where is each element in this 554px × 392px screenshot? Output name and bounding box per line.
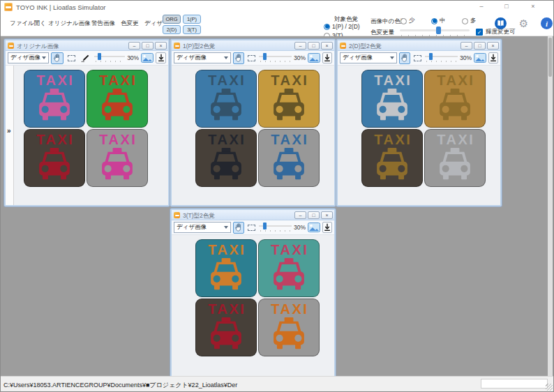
child-maximize-button[interactable]: □ <box>308 211 320 219</box>
taxi-grid: TAXI TAXI TAXI TAXI <box>24 70 148 187</box>
taxi-tile: TAXI <box>424 70 486 128</box>
child-minimize-button[interactable]: – <box>294 211 306 219</box>
zoom-slider[interactable] <box>425 53 458 63</box>
save-download-button[interactable] <box>322 222 332 233</box>
child-canvas: TAXI TAXI TAXI TAXI <box>338 66 500 205</box>
minimize-button[interactable]: – <box>471 1 492 13</box>
child-canvas: » TAXI TAXI TAXI T <box>6 66 168 205</box>
radio-colors-many[interactable]: 多 <box>462 17 477 25</box>
taxi-tile: TAXI <box>258 299 320 356</box>
pan-hand-tool-button[interactable] <box>233 222 244 234</box>
child-minimize-button[interactable]: – <box>128 42 140 50</box>
radio-target-1p2d[interactable]: 1(P) / 2(D) <box>324 23 360 30</box>
resize-grip[interactable] <box>546 384 553 391</box>
close-button[interactable]: × <box>523 1 544 13</box>
pan-hand-tool-button[interactable] <box>51 52 63 64</box>
radio-colors-few[interactable]: 少 <box>400 17 415 25</box>
taxi-tile: TAXI <box>361 70 423 128</box>
child-close-button[interactable]: × <box>155 42 167 50</box>
child-toolbar: ディザ画像 30% <box>172 220 334 235</box>
info-button[interactable]: i <box>541 17 553 29</box>
save-download-button[interactable] <box>488 52 498 63</box>
taxi-text: TAXI <box>207 73 246 87</box>
chevron-down-icon <box>224 226 228 229</box>
child-close-button[interactable]: × <box>321 42 333 50</box>
save-download-button[interactable] <box>322 52 332 63</box>
image-mode-dropdown[interactable]: ディザ画像 <box>174 222 231 233</box>
expand-panel-button[interactable]: » <box>7 127 11 135</box>
gear-icon: ⚙ <box>519 18 528 29</box>
view-button-1p[interactable]: 1(P) <box>183 15 201 24</box>
taxi-icon <box>207 317 246 351</box>
slider-thumb[interactable] <box>436 27 441 34</box>
view-button-2d[interactable]: 2(D) <box>163 25 181 34</box>
child-close-button[interactable]: × <box>321 211 333 219</box>
radio-label: 多 <box>470 17 477 25</box>
menu-open-file[interactable]: ファイル開く <box>10 20 46 28</box>
taxi-text: TAXI <box>207 133 246 146</box>
menu-dither[interactable]: ディザ <box>144 20 163 28</box>
picture-icon <box>141 53 154 63</box>
taxi-tile: TAXI <box>361 129 423 187</box>
view-button-3t[interactable]: 3(T) <box>183 25 201 34</box>
picture-icon <box>308 53 320 63</box>
child-close-button[interactable]: × <box>487 42 499 50</box>
slider-ticks <box>260 230 290 232</box>
app-logo-icon <box>4 3 13 11</box>
zoom-slider[interactable] <box>259 53 292 63</box>
image-mode-dropdown[interactable]: ディザ画像 <box>8 52 49 63</box>
child-titlebar[interactable]: 2(D)型2色覚 – □ × <box>338 40 500 51</box>
child-maximize-button[interactable]: □ <box>308 42 320 50</box>
titlebar[interactable]: TOYO INK | Lioatlas Simulator – □ × <box>1 1 553 13</box>
child-maximize-button[interactable]: □ <box>474 42 486 50</box>
menu-original-image[interactable]: オリジナル画像 <box>48 20 91 28</box>
radio-dot <box>400 18 407 24</box>
change-amount-slider[interactable] <box>400 27 470 36</box>
manual-book-button[interactable] <box>495 17 507 29</box>
child-toolbar: ディザ画像 30% <box>338 51 500 66</box>
marquee-select-button[interactable] <box>66 52 77 64</box>
view-button-org[interactable]: ORG <box>163 15 181 24</box>
child-titlebar[interactable]: オリジナル画像 – □ × <box>6 40 168 51</box>
taxi-icon <box>98 148 137 181</box>
slider-thumb[interactable] <box>98 53 101 60</box>
marquee-select-button[interactable] <box>246 52 257 64</box>
save-download-button[interactable] <box>156 52 166 63</box>
taxi-text: TAXI <box>207 243 246 257</box>
slider-thumb[interactable] <box>263 53 267 60</box>
marquee-select-button[interactable] <box>412 52 423 64</box>
image-view-button[interactable] <box>308 53 320 63</box>
marquee-select-button[interactable] <box>246 222 257 234</box>
child-titlebar[interactable]: 1(P)型2色覚 – □ × <box>172 40 334 51</box>
image-view-button[interactable] <box>308 223 320 232</box>
zoom-slider[interactable] <box>94 53 126 63</box>
zoom-slider[interactable] <box>259 223 292 232</box>
pan-hand-tool-button[interactable] <box>233 52 244 64</box>
child-minimize-button[interactable]: – <box>294 42 306 50</box>
taxi-text: TAXI <box>373 73 412 87</box>
taxi-tile: TAXI <box>195 239 257 297</box>
child-minimize-button[interactable]: – <box>461 42 472 50</box>
child-maximize-button[interactable]: □ <box>142 42 154 50</box>
menu-color-change[interactable]: 色変更 <box>121 20 139 28</box>
child-window-protan: 1(P)型2色覚 – □ × ディザ画像 <box>170 39 336 206</box>
eyedropper-pen-button[interactable] <box>80 52 91 64</box>
scrollbar-thumb[interactable] <box>548 38 552 77</box>
image-view-button[interactable] <box>474 53 486 63</box>
luminance-checkbox-row[interactable]: ✓ 輝度変更可 <box>476 28 516 36</box>
pan-hand-tool-button[interactable] <box>399 52 410 64</box>
image-view-button[interactable] <box>141 53 154 63</box>
mdi-scrollbar[interactable] <box>548 36 553 377</box>
image-mode-dropdown[interactable]: ディザ画像 <box>340 52 397 63</box>
menu-warning-image[interactable]: 警告画像 <box>91 20 115 28</box>
picture-icon <box>308 223 320 232</box>
radio-colors-medium[interactable]: 中 <box>431 17 446 25</box>
maximize-button[interactable]: □ <box>496 1 517 13</box>
slider-thumb[interactable] <box>263 223 267 229</box>
zoom-percent: 30% <box>294 54 306 61</box>
child-titlebar[interactable]: 3(T)型2色覚 – □ × <box>172 210 334 220</box>
taxi-icon <box>98 89 137 122</box>
settings-button[interactable]: ⚙ <box>518 17 530 29</box>
image-mode-dropdown[interactable]: ディザ画像 <box>174 52 231 63</box>
slider-thumb[interactable] <box>429 53 433 60</box>
